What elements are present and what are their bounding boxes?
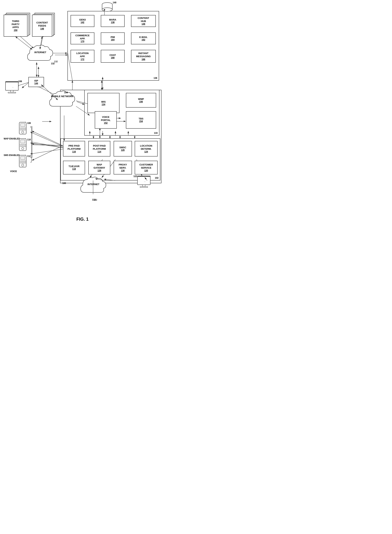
svg-rect-31 — [8, 92, 16, 93]
outer-133-ref: 133 — [154, 132, 158, 134]
diagram: THIRD PARTY APPS 150 CONTENT FEEDS 148 I… — [0, 0, 165, 223]
mobile-network-cloud: MOBILE NETWORK — [48, 90, 77, 112]
svg-rect-49 — [20, 129, 22, 130]
db-ref: 140 — [113, 1, 116, 4]
location-app-label: LOCATION APP. — [76, 52, 89, 58]
svg-line-93 — [32, 131, 63, 146]
svg-rect-39 — [137, 176, 150, 177]
postpaid-ref: 114 — [98, 150, 101, 153]
wap-gateway-ref: 128 — [98, 169, 101, 172]
svg-text:---: --- — [144, 181, 145, 182]
svg-point-45 — [22, 131, 24, 133]
wis-box: WIS 134 — [87, 93, 120, 113]
instant-messaging-box: INSTANT MESSAGING 166 — [131, 50, 156, 63]
customer-service-label: CUSTOMER SERVICE — [139, 163, 153, 170]
svg-rect-46 — [20, 128, 22, 129]
tbs-ref: 154 — [139, 120, 143, 123]
commerce-app-box: COMMERCE APP. 170 — [70, 33, 94, 44]
svg-rect-40 — [143, 185, 145, 186]
svg-rect-51 — [24, 129, 26, 130]
mobile-network-ref: 104 — [64, 91, 68, 94]
pc-bottom-ref: 122 — [133, 175, 137, 178]
third-party-apps-ref: 150 — [14, 29, 17, 32]
prepaid-label: PRE-PAID PLATFORM — [67, 144, 80, 151]
svg-rect-50 — [22, 129, 24, 130]
proxy-serv-ref: 130 — [121, 169, 125, 172]
internet-bottom-label: INTERNET — [79, 183, 108, 186]
svg-rect-68 — [24, 161, 26, 162]
outer-box-136: 140 GEN3 142 MARA 138 CONTENT HUB 146 CO… — [67, 11, 159, 81]
pc-top-icon: --- — [4, 81, 22, 95]
svg-rect-56 — [20, 144, 22, 145]
content-hub-box: CONTENT HUB 146 — [131, 15, 156, 27]
tbs-box: TBS 154 — [126, 111, 156, 129]
outer-box-102: PRE-PAID PLATFORM 116 POST-PAID PLATFORM… — [61, 138, 160, 181]
svg-rect-54 — [21, 140, 25, 143]
svg-line-82 — [77, 102, 84, 104]
voice-ref: 112 — [27, 155, 31, 158]
pim-box: PIM 164 — [101, 33, 125, 44]
isp-label: ISP — [34, 79, 38, 82]
wmp-label: WMP — [138, 98, 144, 100]
svg-rect-44 — [21, 123, 25, 127]
chat-ref: 168 — [111, 56, 115, 59]
voice-phone-icon — [18, 155, 28, 170]
svg-rect-66 — [20, 161, 22, 162]
third-party-apps-box: THIRD PARTY APPS 150 — [4, 15, 28, 37]
svg-line-80 — [22, 83, 28, 88]
customer-service-box: CUSTOMER SERVICE 120 — [135, 161, 158, 174]
email-box: E-MAIL 162 — [131, 33, 156, 44]
t1e1ivr-ref: 118 — [72, 168, 76, 170]
sms-ref: 110 — [27, 138, 31, 141]
svg-rect-58 — [24, 144, 26, 145]
internet-bottom-ref: 132 — [92, 199, 96, 201]
content-feeds-ref: 148 — [40, 28, 44, 30]
content-feeds-box: CONTENT FEEDS 148 — [32, 15, 52, 37]
svg-rect-69 — [20, 162, 22, 163]
isp-box: ISP 144 — [28, 77, 44, 87]
pim-label: PIM — [111, 36, 115, 38]
customer-service-ref: 120 — [144, 169, 148, 172]
commerce-app-ref: 170 — [81, 40, 84, 43]
svg-rect-47 — [22, 128, 24, 129]
proxy-serv-box: PROXY SERV. 130 — [114, 161, 132, 174]
internet-cloud-top: INTERNET — [26, 44, 55, 66]
mara-ref: 138 — [111, 21, 115, 24]
smsc-box: SMSC 126 — [114, 141, 132, 157]
internet-cloud-bottom: INTERNET — [79, 176, 108, 198]
tbs-label: TBS — [139, 117, 144, 120]
content-hub-ref: 146 — [141, 23, 145, 25]
svg-line-96 — [32, 145, 63, 146]
svg-line-94 — [32, 144, 63, 146]
figure-title: FIG. 1 — [0, 217, 165, 222]
third-party-apps-label: THIRD PARTY APPS — [12, 20, 19, 29]
wap-phone-icon — [18, 122, 28, 136]
content-feeds-label: CONTENT FEEDS — [37, 21, 48, 28]
svg-point-37 — [102, 8, 112, 11]
wap-ref: 108 — [27, 122, 31, 125]
svg-line-95 — [32, 146, 63, 160]
voice-label: VOICE — [10, 170, 17, 173]
commerce-app-label: COMMERCE APP. — [75, 34, 89, 40]
location-determ-label: LOCATION DETERM. — [140, 144, 152, 151]
svg-rect-28 — [5, 82, 18, 90]
sms-phone-icon — [18, 138, 28, 153]
svg-rect-64 — [21, 156, 25, 160]
proxy-serv-label: PROXY SERV. — [119, 163, 127, 170]
email-label: E-MAIL — [139, 36, 148, 38]
svg-rect-70 — [22, 162, 24, 163]
isp-ref: 144 — [34, 82, 38, 85]
wap-enabled-label: WAP ENABLED — [4, 137, 20, 140]
wmp-ref: 156 — [139, 100, 143, 103]
internet-top-label: INTERNET — [26, 51, 55, 54]
email-ref: 162 — [141, 38, 145, 41]
svg-rect-48 — [24, 128, 26, 129]
t1e1ivr-label: T1/E1/IVR — [69, 165, 79, 168]
sms-enabled-label: SMS ENABLED — [4, 154, 20, 157]
smsc-label: SMSC — [119, 146, 126, 149]
chat-box: CHAT 168 — [101, 50, 125, 63]
svg-rect-59 — [20, 146, 22, 147]
postpaid-box: POST-PAID PLATFORM 114 — [88, 141, 110, 157]
t1e1ivr-box: T1/E1/IVR 118 — [63, 161, 85, 174]
internet-top-ref: 132 — [51, 62, 55, 65]
